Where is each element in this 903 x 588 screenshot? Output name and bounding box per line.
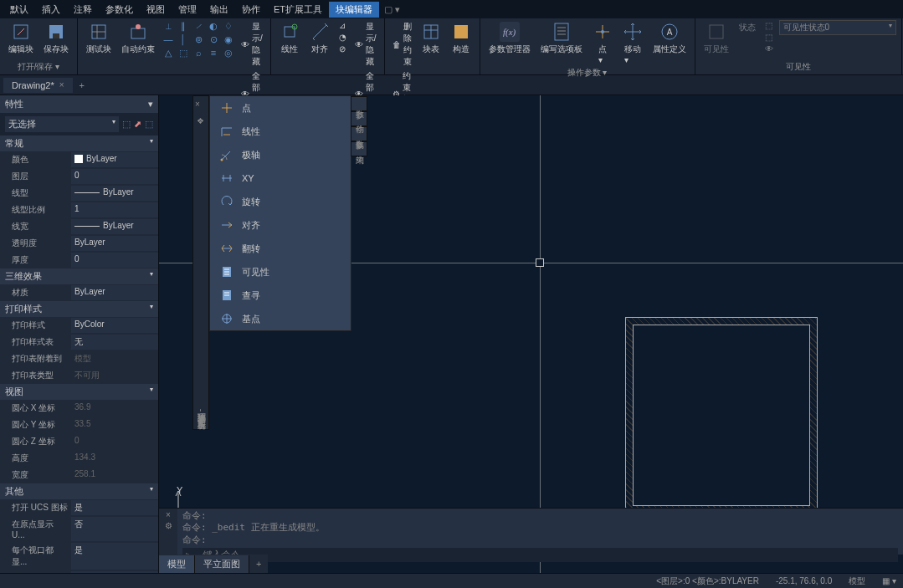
properties-menu-icon[interactable]: ▾ <box>148 99 153 110</box>
menu-insert[interactable]: 插入 <box>35 2 67 18</box>
palette-item-linear[interactable]: 线性 <box>210 120 351 143</box>
menu-default[interactable]: 默认 <box>3 2 35 18</box>
delete-constraint-button[interactable]: 🗑删除约束 <box>390 20 414 69</box>
quick-select-icon[interactable]: ⬚ <box>122 119 131 130</box>
model-tab[interactable]: 模型 <box>159 555 195 573</box>
constraint-icon[interactable]: ≡ <box>207 47 220 59</box>
prop-value[interactable]: ByLayer <box>71 186 158 201</box>
constraint-icon[interactable]: ◎ <box>222 47 235 59</box>
palette-side-tab[interactable]: 参数集 <box>351 126 367 141</box>
point-param-button[interactable]: 点▾ <box>589 20 616 66</box>
palette-side-tab[interactable]: 参数 <box>351 96 367 111</box>
dim-small-2[interactable]: ◔ <box>336 32 349 43</box>
cmd-close-icon[interactable]: × <box>166 510 171 519</box>
auto-constrain-button[interactable]: 自动约束 <box>118 20 158 57</box>
linear-dim-button[interactable]: 线性 <box>276 20 303 57</box>
status-layer-info[interactable]: <图层>:0 <颜色>:BYLAYER <box>653 575 762 587</box>
menu-block-editor[interactable]: 块编辑器 <box>329 2 379 18</box>
prop-section-misc[interactable]: 其他▾ <box>0 483 158 499</box>
menu-manage[interactable]: 管理 <box>172 2 203 18</box>
align-dim-button[interactable]: 对齐 <box>306 20 333 57</box>
write-palette-button[interactable]: 编写选项板 <box>537 20 586 57</box>
drawing-object-outer[interactable] <box>625 317 818 514</box>
prop-value[interactable]: 是 <box>71 500 158 515</box>
show-hide-button[interactable]: 👁显示/隐藏 <box>239 20 265 69</box>
prop-value[interactable]: ByLayer <box>71 285 158 300</box>
close-icon[interactable]: × <box>59 80 64 89</box>
move-action-button[interactable]: 移动▾ <box>619 20 646 66</box>
menu-view[interactable]: 视图 <box>140 2 172 18</box>
status-grid-icon[interactable]: ▦ ▾ <box>879 576 900 585</box>
constraint-icon[interactable]: ⌕ <box>192 47 205 59</box>
palette-close-icon[interactable]: × <box>195 100 200 109</box>
save-block-button[interactable]: 保存块 <box>40 20 72 57</box>
constraint-icon[interactable]: ⟂ <box>162 20 175 32</box>
constraint-icon[interactable]: ⟋ <box>192 20 205 32</box>
palette-strip[interactable]: × ❖ 块编写选项板 - 所有选项板 ❖ <box>192 95 209 430</box>
palette-pin-icon[interactable]: ❖ <box>197 417 204 426</box>
constraint-icon[interactable]: — <box>162 33 175 45</box>
palette-side-tab[interactable]: 动作 <box>351 111 367 126</box>
prop-section-print[interactable]: 打印样式▾ <box>0 301 158 317</box>
drawing-canvas[interactable]: × ❖ 块编写选项板 - 所有选项板 ❖ 点线性极轴XY旋转对齐翻转可见性查寻基… <box>159 95 903 573</box>
menu-parametric[interactable]: 参数化 <box>99 2 140 18</box>
prop-value[interactable]: 0 <box>71 253 158 268</box>
param-manager-button[interactable]: f(x)参数管理器 <box>485 20 534 57</box>
edit-block-button[interactable]: 编辑块 <box>5 20 37 57</box>
prop-value[interactable]: 否 <box>71 517 158 541</box>
constraint-icon[interactable]: △ <box>162 47 175 59</box>
prop-value[interactable]: 是 <box>71 543 158 570</box>
add-layout-button[interactable]: + <box>249 556 268 571</box>
menu-annotate[interactable]: 注释 <box>67 2 99 18</box>
construct-button[interactable]: 构造 <box>448 20 475 57</box>
filter-icon[interactable]: ⬚ <box>145 119 153 130</box>
constraint-icon[interactable]: │ <box>177 33 190 45</box>
prop-value[interactable]: ByColor <box>71 318 158 333</box>
palette-menu-icon[interactable]: ❖ <box>197 116 204 125</box>
status-mode[interactable]: 模型 <box>845 575 869 587</box>
constraint-icon[interactable]: ♢ <box>222 20 235 32</box>
palette-item-align[interactable]: 对齐 <box>210 213 351 237</box>
palette-item-point[interactable]: 点 <box>210 96 351 120</box>
palette-item-polar[interactable]: 极轴 <box>210 143 351 166</box>
menu-output[interactable]: 输出 <box>203 2 235 18</box>
prop-value[interactable]: 无 <box>71 335 158 350</box>
constraint-icon[interactable]: ⊚ <box>192 33 205 45</box>
prop-value[interactable]: 1 <box>71 202 158 217</box>
select-icon[interactable]: ⬈ <box>134 119 141 130</box>
menu-ettools[interactable]: ET扩展工具 <box>267 2 329 18</box>
test-block-button[interactable]: 测试块 <box>83 20 115 57</box>
command-input[interactable] <box>200 548 898 561</box>
menu-collab[interactable]: 协作 <box>235 2 267 18</box>
prop-value[interactable]: ByLayer <box>71 236 158 251</box>
prop-section-threed[interactable]: 三维效果▾ <box>0 268 158 284</box>
visibility-button[interactable]: 可见性 <box>700 20 732 57</box>
attr-def-button[interactable]: A属性定义 <box>649 20 690 57</box>
layout-tab[interactable]: 平立面图 <box>195 555 249 573</box>
prop-value[interactable]: ByLayer <box>71 219 158 234</box>
vis-icon-2[interactable]: ⬚ <box>762 32 776 43</box>
constraint-icon[interactable]: ⬚ <box>177 47 190 59</box>
palette-item-rotate[interactable]: 旋转 <box>210 190 351 213</box>
palette-item-visibility[interactable]: 可见性 <box>210 260 351 284</box>
prop-value[interactable]: 0 <box>71 169 158 184</box>
vis-icon-3[interactable]: 👁 <box>762 43 776 54</box>
palette-item-flip[interactable]: 翻转 <box>210 237 351 260</box>
palette-item-basepoint[interactable]: 基点 <box>210 307 351 330</box>
visibility-state-combo[interactable]: 可见性状态0▾ <box>779 20 896 35</box>
selection-combo[interactable]: 无选择▾ <box>5 116 119 132</box>
constraint-icon[interactable]: ◉ <box>222 33 235 45</box>
dim-small-1[interactable]: ⊿ <box>336 20 349 31</box>
ribbon-group-params[interactable]: 操作参数 ▾ <box>485 66 690 79</box>
doc-tab-drawing2[interactable]: Drawing2* × <box>3 78 73 93</box>
prop-section-view[interactable]: 视图▾ <box>0 384 158 400</box>
prop-section-general[interactable]: 常规▾ <box>0 135 158 151</box>
constraint-icon[interactable]: ◐ <box>207 20 220 32</box>
constraint-icon[interactable]: ⊙ <box>207 33 220 45</box>
menubar-overflow[interactable]: ▢ ▾ <box>379 3 405 17</box>
constraint-icon[interactable]: ∥ <box>177 20 190 32</box>
add-tab-button[interactable]: + <box>73 78 91 93</box>
palette-item-lookup[interactable]: 查寻 <box>210 284 351 307</box>
ribbon-group-open-save[interactable]: 打开/保存 ▾ <box>5 60 72 73</box>
show-hide-dim[interactable]: 👁显示/隐藏 <box>352 20 379 69</box>
